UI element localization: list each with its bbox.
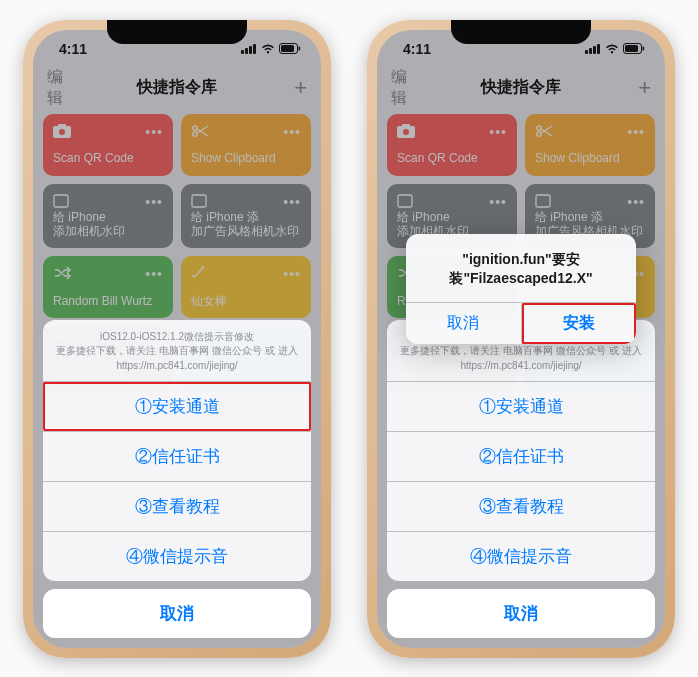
sheet-header-url: https://m.pc841.com/jiejing/ (55, 359, 299, 373)
screen-right: 4:11 编辑 快捷指令库 + •••Scan QR Code •••Show … (377, 30, 665, 648)
overlay: iOS12.0-iOS12.1.2微信提示音修改 更多捷径下载，请关注 电脑百事… (377, 30, 665, 648)
action-sheet: iOS12.0-iOS12.1.2微信提示音修改 更多捷径下载，请关注 电脑百事… (387, 320, 655, 638)
sheet-cancel-button[interactable]: 取消 (387, 589, 655, 638)
sheet-header-line2: 更多捷径下载，请关注 电脑百事网 微信公众号 或 进入 (399, 344, 643, 358)
sheet-cancel-button[interactable]: 取消 (43, 589, 311, 638)
action-sheet: iOS12.0-iOS12.1.2微信提示音修改 更多捷径下载，请关注 电脑百事… (43, 320, 311, 638)
sheet-option-trust-cert[interactable]: ②信任证书 (43, 431, 311, 481)
sheet-option-install-channel[interactable]: ①安装通道 (43, 381, 311, 431)
alert-buttons: 取消 安装 (406, 302, 636, 344)
sheet-header-line2: 更多捷径下载，请关注 电脑百事网 微信公众号 或 进入 (55, 344, 299, 358)
screen-left: 4:11 编辑 快捷指令库 + ••• Scan QR Code (33, 30, 321, 648)
sheet-header-url: https://m.pc841.com/jiejing/ (399, 359, 643, 373)
sheet-option-install-channel[interactable]: ①安装通道 (387, 381, 655, 431)
sheet-group: iOS12.0-iOS12.1.2微信提示音修改 更多捷径下载，请关注 电脑百事… (43, 320, 311, 581)
alert-line1: "ignition.fun"要安 (420, 250, 622, 269)
sheet-option-view-tutorial[interactable]: ③查看教程 (43, 481, 311, 531)
sheet-option-wechat-sound[interactable]: ④微信提示音 (387, 531, 655, 581)
overlay: iOS12.0-iOS12.1.2微信提示音修改 更多捷径下载，请关注 电脑百事… (33, 30, 321, 648)
phone-left: 4:11 编辑 快捷指令库 + ••• Scan QR Code (23, 20, 331, 658)
sheet-header: iOS12.0-iOS12.1.2微信提示音修改 更多捷径下载，请关注 电脑百事… (43, 320, 311, 381)
notch (107, 20, 247, 44)
sheet-group: iOS12.0-iOS12.1.2微信提示音修改 更多捷径下载，请关注 电脑百事… (387, 320, 655, 581)
sheet-option-trust-cert[interactable]: ②信任证书 (387, 431, 655, 481)
alert-install-button[interactable]: 安装 (521, 303, 637, 344)
alert-message: "ignition.fun"要安 装"Filzaescaped12.X" (406, 234, 636, 302)
sheet-option-wechat-sound[interactable]: ④微信提示音 (43, 531, 311, 581)
alert-line2: 装"Filzaescaped12.X" (420, 269, 622, 288)
alert-cancel-button[interactable]: 取消 (406, 303, 521, 344)
phone-right: 4:11 编辑 快捷指令库 + •••Scan QR Code •••Show … (367, 20, 675, 658)
sheet-header-line1: iOS12.0-iOS12.1.2微信提示音修改 (55, 330, 299, 344)
sheet-option-view-tutorial[interactable]: ③查看教程 (387, 481, 655, 531)
notch (451, 20, 591, 44)
install-alert: "ignition.fun"要安 装"Filzaescaped12.X" 取消 … (406, 234, 636, 344)
